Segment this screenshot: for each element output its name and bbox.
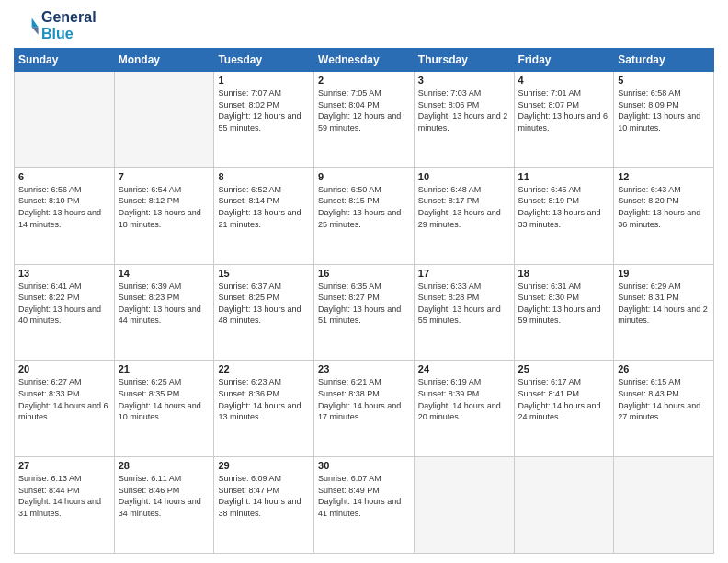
day-info: Sunrise: 6:41 AM Sunset: 8:22 PM Dayligh… [18,281,110,327]
day-number: 28 [119,460,210,471]
day-number: 13 [18,268,110,279]
day-info: Sunrise: 7:03 AM Sunset: 8:06 PM Dayligh… [418,87,510,133]
day-number: 12 [618,171,710,182]
day-number: 27 [18,460,110,471]
calendar-cell: 2Sunrise: 7:05 AM Sunset: 8:04 PM Daylig… [314,72,415,168]
calendar-cell [514,457,614,554]
calendar-cell: 6Sunrise: 6:56 AM Sunset: 8:10 PM Daylig… [15,167,115,264]
day-info: Sunrise: 6:27 AM Sunset: 8:33 PM Dayligh… [18,376,110,422]
day-number: 5 [618,75,710,86]
day-info: Sunrise: 6:31 AM Sunset: 8:30 PM Dayligh… [518,281,610,327]
calendar-cell: 22Sunrise: 6:23 AM Sunset: 8:36 PM Dayli… [214,361,314,457]
day-info: Sunrise: 7:05 AM Sunset: 8:04 PM Dayligh… [318,87,410,133]
calendar-cell: 4Sunrise: 7:01 AM Sunset: 8:07 PM Daylig… [514,72,614,168]
calendar-header-row: SundayMondayTuesdayWednesdayThursdayFrid… [15,49,714,72]
calendar-week-row: 27Sunrise: 6:13 AM Sunset: 8:44 PM Dayli… [15,457,714,554]
day-number: 4 [518,75,610,86]
day-info: Sunrise: 6:52 AM Sunset: 8:14 PM Dayligh… [218,184,310,230]
day-info: Sunrise: 6:17 AM Sunset: 8:41 PM Dayligh… [518,376,610,422]
day-info: Sunrise: 6:58 AM Sunset: 8:09 PM Dayligh… [618,87,710,133]
calendar-cell: 8Sunrise: 6:52 AM Sunset: 8:14 PM Daylig… [214,167,314,264]
day-number: 26 [618,363,710,374]
day-info: Sunrise: 6:48 AM Sunset: 8:17 PM Dayligh… [418,184,510,230]
calendar-cell: 14Sunrise: 6:39 AM Sunset: 8:23 PM Dayli… [114,264,214,361]
calendar-cell: 9Sunrise: 6:50 AM Sunset: 8:15 PM Daylig… [314,167,415,264]
day-info: Sunrise: 6:07 AM Sunset: 8:49 PM Dayligh… [318,473,410,519]
calendar-cell: 21Sunrise: 6:25 AM Sunset: 8:35 PM Dayli… [114,361,214,457]
day-info: Sunrise: 6:37 AM Sunset: 8:25 PM Dayligh… [218,281,310,327]
calendar-cell: 30Sunrise: 6:07 AM Sunset: 8:49 PM Dayli… [314,457,415,554]
day-number: 20 [18,363,110,374]
day-number: 3 [418,75,510,86]
day-number: 23 [318,363,410,374]
calendar-cell: 24Sunrise: 6:19 AM Sunset: 8:39 PM Dayli… [414,361,514,457]
day-number: 21 [119,363,210,374]
day-number: 9 [318,171,410,182]
day-number: 2 [318,75,410,86]
calendar-cell: 13Sunrise: 6:41 AM Sunset: 8:22 PM Dayli… [15,264,115,361]
day-number: 7 [119,171,210,182]
calendar-day-header: Saturday [614,49,714,72]
day-info: Sunrise: 6:43 AM Sunset: 8:20 PM Dayligh… [618,184,710,230]
day-number: 8 [218,171,310,182]
day-info: Sunrise: 6:25 AM Sunset: 8:35 PM Dayligh… [119,376,210,422]
calendar-cell [614,457,714,554]
day-number: 29 [218,460,310,471]
calendar-cell: 10Sunrise: 6:48 AM Sunset: 8:17 PM Dayli… [414,167,514,264]
logo: General Blue [14,9,97,42]
calendar-cell: 29Sunrise: 6:09 AM Sunset: 8:47 PM Dayli… [214,457,314,554]
day-info: Sunrise: 6:35 AM Sunset: 8:27 PM Dayligh… [318,281,410,327]
calendar-cell: 1Sunrise: 7:07 AM Sunset: 8:02 PM Daylig… [214,72,314,168]
calendar-day-header: Monday [114,49,214,72]
day-info: Sunrise: 6:33 AM Sunset: 8:28 PM Dayligh… [418,281,510,327]
logo-text: General Blue [41,9,97,42]
day-info: Sunrise: 6:13 AM Sunset: 8:44 PM Dayligh… [18,473,110,519]
day-number: 14 [119,268,210,279]
page: General Blue SundayMondayTuesdayWednesda… [0,0,728,563]
day-info: Sunrise: 6:15 AM Sunset: 8:43 PM Dayligh… [618,376,710,422]
day-info: Sunrise: 6:11 AM Sunset: 8:46 PM Dayligh… [119,473,210,519]
day-number: 15 [218,268,310,279]
calendar-cell: 25Sunrise: 6:17 AM Sunset: 8:41 PM Dayli… [514,361,614,457]
day-number: 19 [618,268,710,279]
calendar-day-header: Sunday [15,49,115,72]
day-info: Sunrise: 6:54 AM Sunset: 8:12 PM Dayligh… [119,184,210,230]
day-number: 25 [518,363,610,374]
calendar-cell: 27Sunrise: 6:13 AM Sunset: 8:44 PM Dayli… [15,457,115,554]
calendar-cell [15,72,115,168]
day-number: 18 [518,268,610,279]
day-info: Sunrise: 6:21 AM Sunset: 8:38 PM Dayligh… [318,376,410,422]
calendar-cell: 15Sunrise: 6:37 AM Sunset: 8:25 PM Dayli… [214,264,314,361]
calendar-cell: 7Sunrise: 6:54 AM Sunset: 8:12 PM Daylig… [114,167,214,264]
day-number: 22 [218,363,310,374]
day-info: Sunrise: 6:39 AM Sunset: 8:23 PM Dayligh… [119,281,210,327]
day-info: Sunrise: 6:56 AM Sunset: 8:10 PM Dayligh… [18,184,110,230]
calendar-week-row: 6Sunrise: 6:56 AM Sunset: 8:10 PM Daylig… [15,167,714,264]
day-number: 24 [418,363,510,374]
day-number: 17 [418,268,510,279]
calendar-cell: 20Sunrise: 6:27 AM Sunset: 8:33 PM Dayli… [15,361,115,457]
calendar-cell: 5Sunrise: 6:58 AM Sunset: 8:09 PM Daylig… [614,72,714,168]
day-info: Sunrise: 6:50 AM Sunset: 8:15 PM Dayligh… [318,184,410,230]
calendar-day-header: Friday [514,49,614,72]
day-info: Sunrise: 6:45 AM Sunset: 8:19 PM Dayligh… [518,184,610,230]
calendar-day-header: Wednesday [314,49,415,72]
calendar-cell [414,457,514,554]
day-number: 30 [318,460,410,471]
calendar-week-row: 1Sunrise: 7:07 AM Sunset: 8:02 PM Daylig… [15,72,714,168]
calendar-cell: 17Sunrise: 6:33 AM Sunset: 8:28 PM Dayli… [414,264,514,361]
calendar-cell: 18Sunrise: 6:31 AM Sunset: 8:30 PM Dayli… [514,264,614,361]
calendar-cell: 23Sunrise: 6:21 AM Sunset: 8:38 PM Dayli… [314,361,415,457]
day-number: 1 [218,75,310,86]
calendar-cell [114,72,214,168]
calendar-week-row: 20Sunrise: 6:27 AM Sunset: 8:33 PM Dayli… [15,361,714,457]
day-number: 11 [518,171,610,182]
day-info: Sunrise: 6:19 AM Sunset: 8:39 PM Dayligh… [418,376,510,422]
calendar-cell: 12Sunrise: 6:43 AM Sunset: 8:20 PM Dayli… [614,167,714,264]
calendar-cell: 26Sunrise: 6:15 AM Sunset: 8:43 PM Dayli… [614,361,714,457]
calendar-table: SundayMondayTuesdayWednesdayThursdayFrid… [14,48,714,554]
calendar-day-header: Thursday [414,49,514,72]
header: General Blue [14,9,714,42]
day-info: Sunrise: 7:07 AM Sunset: 8:02 PM Dayligh… [218,87,310,133]
svg-marker-1 [32,27,39,34]
